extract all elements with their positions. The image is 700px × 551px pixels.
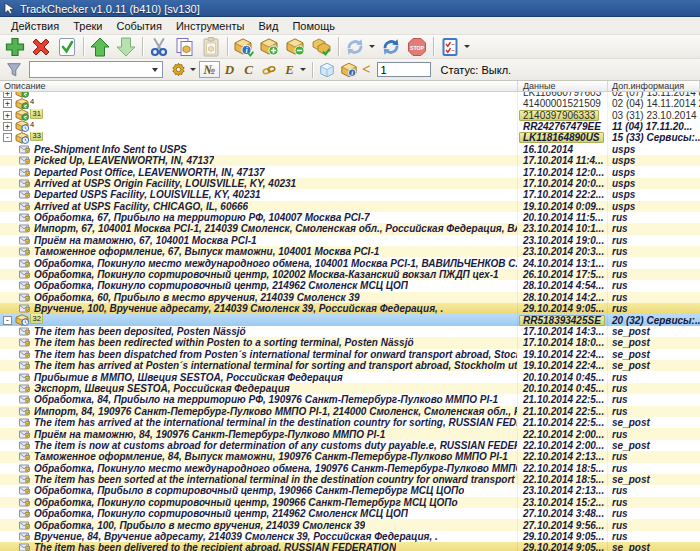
menu-events[interactable]: События bbox=[110, 19, 169, 33]
track-row[interactable]: +31214039790633303 (31) 23.10.2014 18:4.… bbox=[0, 109, 700, 120]
filter-button[interactable] bbox=[3, 60, 25, 79]
expand-toggle[interactable]: + bbox=[3, 99, 12, 108]
refresh-all-button[interactable] bbox=[378, 36, 404, 58]
menu-actions[interactable]: Действия bbox=[4, 19, 66, 33]
event-row[interactable]: The item is now at customs abroad for de… bbox=[0, 440, 700, 451]
track-row[interactable]: +44140000152150902 (04) 14.11.2014 22:5.… bbox=[0, 98, 700, 109]
copy-button[interactable] bbox=[172, 36, 198, 58]
column-header-info[interactable]: Доп.информация bbox=[608, 81, 700, 91]
column-header-data[interactable]: Данные bbox=[518, 81, 608, 91]
menu-help[interactable]: Помощь bbox=[285, 19, 342, 33]
date-format-button[interactable]: D bbox=[220, 61, 239, 78]
event-row[interactable]: Обработка, 60, Прибыло в место вручения,… bbox=[0, 292, 700, 303]
refresh-button[interactable] bbox=[342, 36, 368, 58]
check-tracks-button[interactable] bbox=[309, 36, 335, 58]
event-row[interactable]: Pre-Shipment Info Sent to USPS16.10.2014… bbox=[0, 144, 700, 155]
event-row[interactable]: Обработка, Покинуло место международного… bbox=[0, 257, 700, 268]
track-row[interactable]: -33LK118164890US15 (33) Сервисы:... bbox=[0, 132, 700, 143]
event-format-button[interactable]: E bbox=[280, 61, 299, 78]
event-description: Обработка, Покинуло сортировочный центр,… bbox=[34, 497, 458, 508]
event-row[interactable]: The item has been delivered to the recip… bbox=[0, 542, 700, 551]
events-list-button[interactable] bbox=[437, 36, 463, 58]
track-badge: 33 bbox=[30, 132, 43, 141]
event-row[interactable]: Обработка, Покинуло сортировочный центр,… bbox=[0, 269, 700, 280]
event-row[interactable]: Arrived at USPS Facility, CHICAGO, IL, 6… bbox=[0, 201, 700, 212]
event-row[interactable]: Обработка, Покинуло сортировочный центр,… bbox=[0, 508, 700, 519]
event-row[interactable]: The item has arrived at the internationa… bbox=[0, 417, 700, 428]
track-info: 15 (33) Сервисы:... bbox=[612, 132, 700, 143]
expand-toggle[interactable]: - bbox=[3, 133, 12, 142]
event-row[interactable]: Приём на таможню, 67, 104001 Москва РСІ-… bbox=[0, 235, 700, 246]
cut-button[interactable] bbox=[146, 36, 172, 58]
settings-dropdown-arrow[interactable] bbox=[190, 68, 196, 71]
track-row[interactable]: +4RR242767479EE11 (04) 17.11.20... bbox=[0, 121, 700, 132]
event-row[interactable]: Departed Post Office, LEAVENWORTH, IN, 4… bbox=[0, 166, 700, 177]
paste-button[interactable] bbox=[198, 36, 224, 58]
menu-view[interactable]: Вид bbox=[252, 19, 286, 33]
batch-size-input[interactable] bbox=[377, 62, 431, 77]
event-row[interactable]: Таможенное оформление, 84, Выпуск таможн… bbox=[0, 451, 700, 462]
menu-tools[interactable]: Инструменты bbox=[169, 19, 252, 33]
settings-button[interactable] bbox=[167, 60, 189, 79]
move-down-button[interactable] bbox=[113, 36, 139, 58]
code-format-button[interactable]: C bbox=[239, 61, 258, 78]
expand-toggle[interactable]: + bbox=[3, 111, 12, 120]
events-list-dropdown-arrow[interactable] bbox=[464, 45, 470, 48]
event-row[interactable]: Таможенное оформление, 67, Выпуск таможн… bbox=[0, 246, 700, 257]
track-info-button[interactable]: i bbox=[231, 36, 257, 58]
track-info: 02 (04) 14.11.2014 22:5... bbox=[612, 98, 700, 109]
less-than-icon[interactable]: < bbox=[362, 61, 371, 78]
event-icon bbox=[19, 270, 30, 279]
event-row[interactable]: Обработка, Покинуло сортировочный центр,… bbox=[0, 497, 700, 508]
expand-toggle[interactable]: + bbox=[3, 122, 12, 131]
cube-button[interactable] bbox=[316, 60, 338, 79]
event-description: Обработка, Прибыло в сортировочный центр… bbox=[34, 485, 464, 496]
delete-track-button[interactable] bbox=[28, 36, 54, 58]
apply-button[interactable] bbox=[54, 36, 80, 58]
event-row[interactable]: The item has been sorted at the internat… bbox=[0, 474, 700, 485]
event-date: 22.10.2014 18:5... bbox=[523, 463, 604, 474]
column-header-row: Описание Данные Доп.информация bbox=[0, 81, 700, 92]
menu-tracks[interactable]: Треки bbox=[66, 19, 109, 33]
event-row[interactable]: Импорт, 67, 104001 Москва РСІ-1, 214039 … bbox=[0, 223, 700, 234]
event-row[interactable]: Обработка, 100, Прибыло в место вручения… bbox=[0, 519, 700, 530]
event-row[interactable]: The item has been deposited, Posten Näss… bbox=[0, 326, 700, 337]
event-icon bbox=[19, 373, 30, 382]
event-format-dropdown-arrow[interactable] bbox=[300, 68, 306, 71]
event-row[interactable]: Прибытие в ММПО, Швеция SESTOA, Российск… bbox=[0, 371, 700, 382]
event-row[interactable]: Обработка, 84, Прибыло на территорию РФ,… bbox=[0, 394, 700, 405]
refresh-dropdown-arrow[interactable] bbox=[369, 45, 375, 48]
event-row[interactable]: Обработка, Покинуло место международного… bbox=[0, 463, 700, 474]
event-row[interactable]: Обработка, Покинуло сортировочный центр,… bbox=[0, 280, 700, 291]
event-description: Приём на таможню, 84, 190976 Санкт-Петер… bbox=[34, 429, 385, 440]
delete-icon bbox=[30, 36, 52, 58]
event-row[interactable]: Arrived at USPS Origin Facility, LOUISVI… bbox=[0, 178, 700, 189]
event-row[interactable]: The item has been dispatched from Posten… bbox=[0, 349, 700, 360]
add-track-button[interactable] bbox=[2, 36, 28, 58]
stop-button[interactable]: STOP bbox=[404, 36, 430, 58]
event-row[interactable]: Импорт, 84, 190976 Санкт-Петербург-Пулко… bbox=[0, 406, 700, 417]
search-combobox[interactable] bbox=[29, 61, 163, 78]
column-header-description[interactable]: Описание bbox=[0, 81, 518, 91]
link-button[interactable] bbox=[258, 60, 280, 79]
package-clock-icon bbox=[15, 314, 29, 325]
event-service: rus bbox=[612, 508, 628, 519]
track-row[interactable]: -32RR518393425SE20 (32) Сервисы:... bbox=[0, 314, 700, 325]
number-format-button[interactable]: № bbox=[199, 61, 220, 78]
event-row[interactable]: Обработка, 67, Прибыло на территорию РФ,… bbox=[0, 212, 700, 223]
event-row[interactable]: Вручение, 100, Вручение адресату, 214039… bbox=[0, 303, 700, 314]
event-row[interactable]: Экспорт, Швеция SESTOA, Российская Федер… bbox=[0, 383, 700, 394]
event-row[interactable]: Обработка, Прибыло в сортировочный центр… bbox=[0, 485, 700, 496]
remove-event-button[interactable] bbox=[283, 36, 309, 58]
event-service: rus bbox=[612, 520, 628, 531]
event-row[interactable]: Picked Up, LEAVENWORTH, IN, 4713717.10.2… bbox=[0, 155, 700, 166]
move-up-button[interactable] bbox=[87, 36, 113, 58]
expand-toggle[interactable]: - bbox=[3, 316, 12, 325]
event-row[interactable]: Приём на таможню, 84, 190976 Санкт-Петер… bbox=[0, 428, 700, 439]
add-event-button[interactable] bbox=[257, 36, 283, 58]
event-row[interactable]: The item has arrived at Posten´s interna… bbox=[0, 360, 700, 371]
event-row[interactable]: Вручение, 84, Вручение адресату, 214039 … bbox=[0, 531, 700, 542]
event-row[interactable]: The item has been redirected within Post… bbox=[0, 337, 700, 348]
package-info-button[interactable]: i bbox=[338, 60, 360, 79]
event-row[interactable]: Departed USPS Facility, LOUISVILLE, KY, … bbox=[0, 189, 700, 200]
